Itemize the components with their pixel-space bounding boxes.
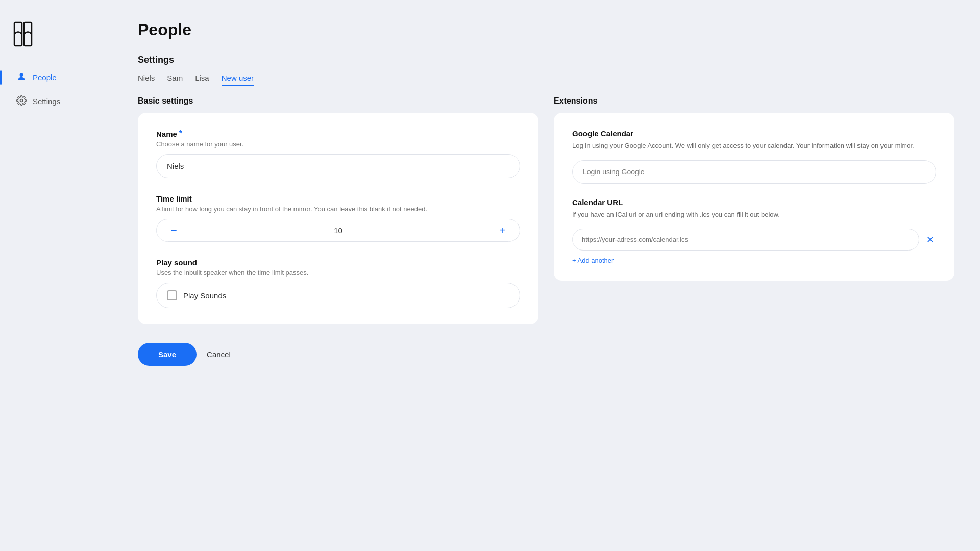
required-indicator: * xyxy=(179,129,182,138)
stepper-value: 10 xyxy=(334,226,342,235)
settings-columns: Basic settings Name * Choose a name for … xyxy=(138,96,954,324)
basic-settings-column: Basic settings Name * Choose a name for … xyxy=(138,96,538,324)
form-actions: Save Cancel xyxy=(138,343,954,366)
play-sounds-checkbox[interactable] xyxy=(167,290,177,300)
sidebar: People Settings xyxy=(0,0,112,551)
extensions-label: Extensions xyxy=(554,96,954,106)
sidebar-item-label: People xyxy=(33,73,57,82)
time-limit-stepper: − 10 + xyxy=(156,219,520,242)
google-login-button[interactable]: Login using Google xyxy=(572,160,936,184)
gear-icon xyxy=(16,95,27,107)
play-sound-field-group: Play sound Uses the inbuilt speaker when… xyxy=(156,258,520,308)
tab-sam[interactable]: Sam xyxy=(167,73,183,86)
svg-point-2 xyxy=(20,73,23,77)
user-tabs: Niels Sam Lisa New user xyxy=(138,73,954,86)
settings-section-title: Settings xyxy=(138,55,954,65)
cancel-button[interactable]: Cancel xyxy=(207,350,231,359)
sidebar-item-people[interactable]: People xyxy=(4,66,108,88)
name-field-label: Name * xyxy=(156,129,520,138)
page-title: People xyxy=(138,20,954,39)
play-sound-label: Play sound xyxy=(156,258,520,267)
name-input[interactable] xyxy=(156,154,520,178)
basic-settings-card: Name * Choose a name for your user. Time… xyxy=(138,113,538,324)
google-calendar-title: Google Calendar xyxy=(572,129,936,138)
name-field-group: Name * Choose a name for your user. xyxy=(156,129,520,178)
sidebar-item-settings[interactable]: Settings xyxy=(4,90,108,112)
svg-point-3 xyxy=(20,99,23,102)
svg-rect-1 xyxy=(24,22,32,46)
extensions-column: Extensions Google Calendar Log in using … xyxy=(554,96,954,324)
calendar-url-desc: If you have an iCal url or an url ending… xyxy=(572,210,936,220)
calendar-url-title: Calendar URL xyxy=(572,198,936,207)
extensions-card: Google Calendar Log in using your Google… xyxy=(554,113,954,281)
sidebar-item-label: Settings xyxy=(33,97,60,106)
calendar-url-row: ✕ xyxy=(572,229,936,251)
url-clear-button[interactable]: ✕ xyxy=(924,232,936,247)
person-icon xyxy=(16,71,27,83)
play-sounds-label: Play Sounds xyxy=(183,291,226,300)
time-limit-field-group: Time limit A limit for how long you can … xyxy=(156,194,520,242)
google-calendar-desc: Log in using your Google Account. We wil… xyxy=(572,141,936,151)
stepper-plus-button[interactable]: + xyxy=(495,224,509,236)
time-limit-desc: A limit for how long you can stay in fro… xyxy=(156,205,520,213)
tab-new-user[interactable]: New user xyxy=(222,73,254,86)
basic-settings-label: Basic settings xyxy=(138,96,538,106)
time-limit-label: Time limit xyxy=(156,194,520,203)
stepper-minus-button[interactable]: − xyxy=(167,224,181,236)
play-sounds-checkbox-row[interactable]: Play Sounds xyxy=(156,283,520,308)
calendar-url-input[interactable] xyxy=(572,229,919,251)
save-button[interactable]: Save xyxy=(138,343,197,366)
tab-lisa[interactable]: Lisa xyxy=(195,73,209,86)
play-sound-desc: Uses the inbuilt speaker when the time l… xyxy=(156,269,520,277)
svg-rect-0 xyxy=(14,22,22,46)
name-field-desc: Choose a name for your user. xyxy=(156,140,520,148)
add-another-button[interactable]: + Add another xyxy=(572,257,614,264)
main-content: People Settings Niels Sam Lisa New user … xyxy=(112,0,980,551)
tab-niels[interactable]: Niels xyxy=(138,73,155,86)
app-logo xyxy=(0,15,112,65)
close-icon: ✕ xyxy=(926,235,934,245)
